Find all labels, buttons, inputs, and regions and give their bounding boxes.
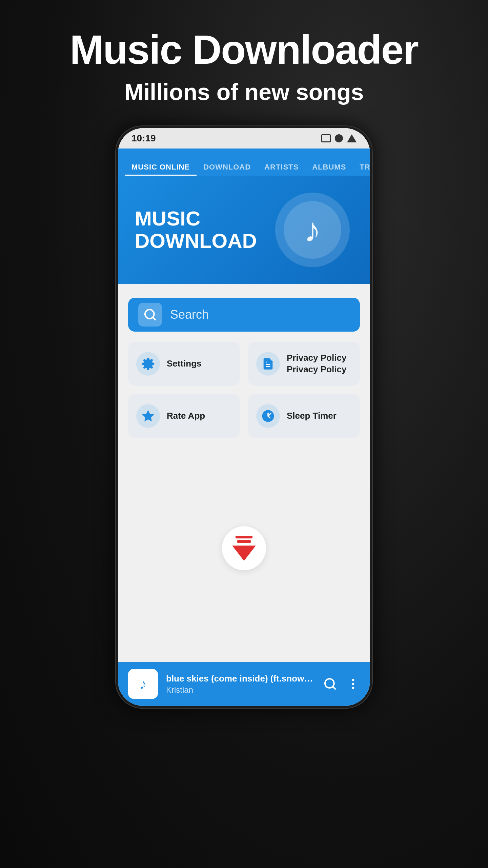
star-icon xyxy=(141,409,155,423)
now-playing-info: blue skies (come inside) (ft.snowfl... K… xyxy=(166,673,315,695)
album-art-icon: ♪ xyxy=(139,675,147,692)
battery-icon xyxy=(321,134,331,142)
download-lines xyxy=(236,536,252,543)
tab-albums[interactable]: ALBUMS xyxy=(305,157,353,176)
tab-download[interactable]: DOWNLOAD xyxy=(197,157,258,176)
tab-bar: MUSIC ONLINE DOWNLOAD ARTISTS ALBUMS TR.… xyxy=(118,149,370,176)
playback-controls xyxy=(323,677,360,691)
settings-label: Settings xyxy=(167,358,202,370)
music-note-icon: ♪ xyxy=(304,211,321,250)
search-icon-wrapper xyxy=(138,303,162,327)
svg-point-10 xyxy=(352,679,354,681)
gear-icon xyxy=(141,357,155,371)
status-time: 10:19 xyxy=(131,133,156,144)
search-np-icon[interactable] xyxy=(323,677,337,691)
track-artist: Kristian xyxy=(166,685,315,695)
status-icons xyxy=(321,134,357,142)
settings-icon-circle xyxy=(136,352,160,376)
rate-app-label: Rate App xyxy=(167,410,205,422)
sleep-icon-circle xyxy=(256,404,280,428)
privacy-policy-card[interactable]: Privacy PolicyPrivacy Policy xyxy=(248,342,360,386)
download-button[interactable] xyxy=(222,526,266,570)
track-title: blue skies (come inside) (ft.snowfl... xyxy=(166,673,315,684)
hero-music-icon: ♪ xyxy=(272,189,353,271)
search-placeholder: Search xyxy=(170,308,209,322)
main-content: Search Settings xyxy=(118,284,370,662)
rate-icon-circle xyxy=(136,404,160,428)
tab-artists[interactable]: ARTISTS xyxy=(258,157,305,176)
download-arrow-icon xyxy=(232,536,256,561)
svg-point-12 xyxy=(352,687,354,689)
more-options-icon[interactable] xyxy=(346,677,360,691)
download-line-2 xyxy=(237,540,251,543)
search-bar[interactable]: Search xyxy=(128,298,360,332)
svg-line-1 xyxy=(153,317,155,320)
wifi-icon xyxy=(347,134,357,142)
hero-text: MUSIC DOWNLOAD xyxy=(135,208,257,252)
download-arrow-shape xyxy=(232,546,256,561)
phone-inner: 10:19 MUSIC ONLINE DOWNLOAD ARTISTS ALBU… xyxy=(118,128,370,706)
album-art: ♪ xyxy=(128,669,158,699)
privacy-icon-circle xyxy=(256,352,280,376)
phone-frame: 10:19 MUSIC ONLINE DOWNLOAD ARTISTS ALBU… xyxy=(115,125,373,709)
svg-line-9 xyxy=(333,687,335,689)
search-icon xyxy=(143,308,157,321)
menu-grid: Settings Privacy PolicyPrivacy Policy xyxy=(128,342,360,438)
page-header: Music Downloader Millions of new songs xyxy=(70,0,418,105)
sleep-timer-label: Sleep Timer xyxy=(287,410,337,422)
signal-icon xyxy=(335,134,343,142)
status-bar: 10:19 xyxy=(118,128,370,149)
document-icon xyxy=(261,357,275,371)
page-subtitle: Millions of new songs xyxy=(70,79,418,105)
now-playing-bar[interactable]: ♪ blue skies (come inside) (ft.snowfl...… xyxy=(118,662,370,706)
download-line-1 xyxy=(236,536,252,538)
privacy-label: Privacy PolicyPrivacy Policy xyxy=(287,352,346,375)
download-area xyxy=(128,448,360,648)
sleep-timer-card[interactable]: Sleep Timer xyxy=(248,394,360,438)
svg-point-11 xyxy=(352,683,354,685)
svg-marker-4 xyxy=(142,410,154,421)
tab-tracks[interactable]: TR... xyxy=(353,157,370,176)
page-title: Music Downloader xyxy=(70,27,418,72)
settings-card[interactable]: Settings xyxy=(128,342,240,386)
tab-music-online[interactable]: MUSIC ONLINE xyxy=(125,157,197,176)
rate-app-card[interactable]: Rate App xyxy=(128,394,240,438)
clock-icon xyxy=(261,409,275,423)
hero-section: MUSIC DOWNLOAD ♪ xyxy=(118,176,370,284)
